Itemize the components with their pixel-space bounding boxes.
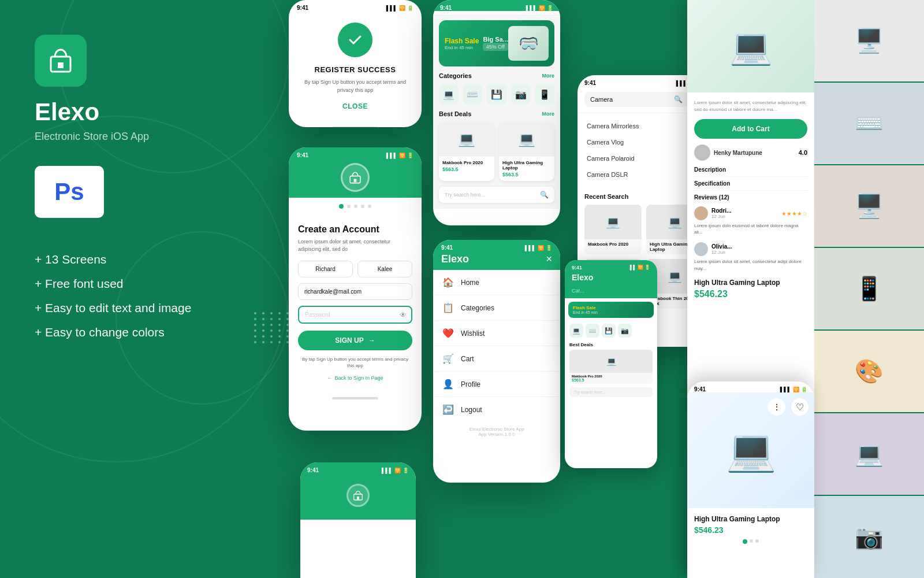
menu-close-button[interactable]: ×: [546, 253, 552, 265]
laptop-screen-time: 9:41: [694, 386, 706, 392]
logout-icon: ↩️: [442, 404, 454, 415]
panel-product-image: 💻: [687, 0, 814, 92]
bottom-bar: [332, 127, 378, 127]
categories-title: Categories: [439, 72, 472, 79]
register-time: 9:41: [297, 5, 308, 11]
email-input[interactable]: richardkale@mail.com: [298, 283, 412, 300]
footer-line1: Elexo Electronic Store App: [438, 427, 556, 432]
sub-flash-label: Flash Sale: [573, 305, 649, 310]
categories-more[interactable]: More: [542, 73, 554, 79]
register-desc: By tap Sign Up button you accept terms a…: [300, 79, 410, 94]
cat-laptop[interactable]: 💻: [439, 84, 459, 105]
product-price-panel: $546.23: [694, 289, 807, 299]
footer-line2: App Version 1.0.0: [438, 432, 556, 437]
name-row: Richard Kalee: [298, 261, 412, 277]
dot-active: [743, 539, 747, 544]
panel-avatar: [694, 144, 710, 161]
sub-cat-1: 💻: [569, 324, 583, 338]
menu-wishlist[interactable]: ❤️ Wishlist: [433, 321, 560, 346]
svg-rect-3: [354, 179, 357, 182]
menu-categories[interactable]: 📋 Categories: [433, 295, 560, 321]
review-text-1: Lorem ipsum dolo eiusmod ut laboré dolor…: [694, 223, 807, 235]
search-bar[interactable]: Try search here... 🔍: [439, 187, 554, 203]
password-input[interactable]: Password: [298, 306, 412, 324]
screen-laptop-wishlist: 9:41 ▌▌▌ 🛜 🔋 💻 ♡ ⋮ High Ultra Gaming Lap…: [687, 381, 814, 578]
svg-rect-5: [357, 497, 359, 499]
cat-keyboard[interactable]: ⌨️: [463, 84, 483, 105]
register-content: REGISTER SUCCESS By tap Sign Up button y…: [289, 11, 422, 120]
panel-reviewer-name: Henky Martupune: [714, 150, 762, 156]
laptop-wishlist-img: 💻 ♡ ⋮: [687, 392, 814, 508]
menu-profile[interactable]: 👤 Profile: [433, 372, 560, 397]
wishlist-store-icon: [346, 484, 370, 507]
product-name-panel: High Ultra Gaming Laptop: [694, 279, 807, 287]
first-name-input[interactable]: Richard: [298, 261, 353, 277]
panel-description-label[interactable]: Description: [694, 166, 807, 177]
sub-deals-title: Best Deals: [565, 342, 657, 350]
search-input-box[interactable]: Camera 🔍: [584, 92, 688, 107]
search-icon[interactable]: 🔍: [540, 191, 549, 199]
sub-deal-img-1: 💻: [569, 350, 653, 373]
big-sale: Big Sa...: [483, 36, 508, 43]
cat-phone[interactable]: 📱: [535, 84, 554, 105]
eye-icon[interactable]: 👁: [400, 311, 407, 319]
menu-cart[interactable]: 🛒 Cart: [433, 346, 560, 372]
brand-subtitle: Electronic Store iOS App: [35, 131, 214, 143]
thumb-4: 📱: [814, 248, 924, 331]
more-options-icon[interactable]: ⋮: [768, 398, 785, 416]
screens-area: 9:41 ▌▌▌ 🛜 🔋 REGISTER SUCCESS By tap Sig…: [248, 0, 924, 578]
dot-2: [755, 539, 759, 543]
signup-button[interactable]: SIGN UP →: [298, 331, 412, 350]
review-name-2: Olivia...: [711, 243, 732, 250]
review-item-1: Rodri... 12 Jun ★★★★☆ Lorem ipsum dolo e…: [694, 206, 807, 235]
deal-img-1: 💻: [439, 122, 494, 157]
screen-shop: 9:41 ▌▌▌ 🛜 🔋 Flash Sale End in 45 min Bi…: [433, 0, 560, 225]
store-icon: [348, 171, 362, 184]
menu-items: 🏠 Home 📋 Categories ❤️ Wishlist 🛒 Cart 👤…: [433, 270, 560, 422]
menu-home[interactable]: 🏠 Home: [433, 270, 560, 295]
panel-reviews-label[interactable]: Reviews (12): [694, 194, 807, 201]
deal-card-2[interactable]: 💻 High Ultra Gaming Laptop $563.5: [499, 122, 554, 181]
sub-menu-title: Elexo: [572, 273, 650, 282]
laptop-icon: 💻: [729, 26, 773, 67]
cat-storage[interactable]: 💾: [487, 84, 506, 105]
create-time: 9:41: [297, 152, 308, 158]
cat-camera[interactable]: 📷: [511, 84, 531, 105]
deal-price-2: $563.5: [502, 172, 551, 177]
search-placeholder: Try search here...: [445, 192, 540, 198]
menu-sub-screen: 9:41 ▌▌🛜🔋 Elexo Cat... Flash Sale End in…: [565, 260, 657, 468]
back-arrow-icon: ←: [327, 375, 332, 381]
laptop-product-name: High Ultra Gaming Laptop: [694, 515, 807, 523]
recent-header: Recent Search Clear: [584, 193, 703, 200]
thumb-2: ⌨️: [814, 83, 924, 165]
review-avatar-1: [694, 206, 708, 220]
flash-time: End in 45 min: [445, 45, 483, 50]
menu-logout[interactable]: ↩️ Logout: [433, 397, 560, 422]
success-icon: [338, 23, 372, 57]
back-to-signin[interactable]: ← Back to Sign In Page: [298, 375, 412, 381]
review-name-1: Rodri...: [711, 208, 731, 214]
sidebar: Elexo Electronic Store iOS App Ps + 13 S…: [0, 0, 248, 578]
menu-title: Elexo: [441, 253, 469, 265]
panel-add-to-cart[interactable]: Add to Cart: [694, 119, 807, 139]
create-desc: Lorem ipsum dolor sit amet, consectetur …: [298, 238, 412, 253]
feature-screens: + 13 Screens: [35, 253, 214, 266]
panel-specification-label[interactable]: Specification: [694, 180, 807, 191]
close-button[interactable]: CLOSE: [300, 102, 410, 110]
svg-rect-1: [58, 62, 64, 68]
deal-card-1[interactable]: 💻 Makbook Pro 2020 $563.5: [439, 122, 494, 181]
sub-flash-time: End in 45 min: [573, 310, 649, 314]
sub-search: Try search here...: [569, 387, 653, 397]
home-icon: 🏠: [442, 277, 454, 288]
review-date-2: 12 Jun: [711, 250, 732, 255]
deals-more[interactable]: More: [542, 111, 554, 117]
recent-card-1[interactable]: 💻 Makbook Pro 2020: [584, 205, 642, 254]
create-logo: [341, 163, 370, 192]
deals-header: Best Deals More: [439, 110, 554, 117]
search-time: 9:41: [584, 80, 596, 86]
feature-font: + Free font used: [35, 277, 214, 291]
panel-score: 4.0: [799, 149, 807, 156]
thumb-6: 💻: [814, 413, 924, 496]
last-name-input[interactable]: Kalee: [357, 261, 412, 277]
wishlist-heart-btn[interactable]: ♡: [791, 398, 808, 416]
